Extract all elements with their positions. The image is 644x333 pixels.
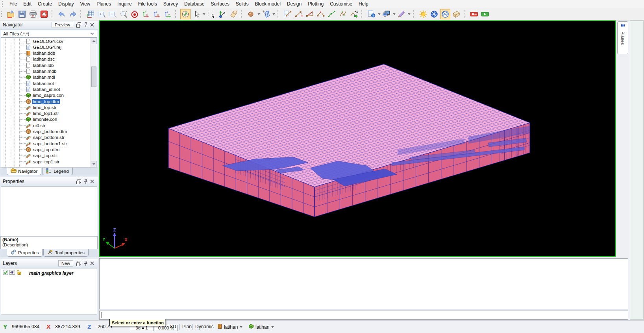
display-properties-icon[interactable]: [381, 9, 392, 19]
file-item-latihan.mdl[interactable]: latihan.mdl: [1, 74, 91, 80]
menu-help[interactable]: Help: [355, 0, 372, 7]
file-name[interactable]: latihan.not: [32, 81, 55, 86]
file-name[interactable]: latihan.ldb: [32, 63, 54, 68]
dropdown-caret[interactable]: [392, 9, 396, 19]
zoom-box-icon[interactable]: [118, 9, 129, 19]
planes-side-tab[interactable]: Planes: [617, 21, 628, 54]
segment-reverse-icon[interactable]: [338, 9, 348, 19]
menu-surfaces[interactable]: Surfaces: [207, 0, 232, 7]
scrollbar-thumb[interactable]: [91, 67, 96, 87]
menu-display[interactable]: Display: [55, 0, 77, 7]
file-name[interactable]: latihan.mdl: [32, 75, 56, 80]
clip-window-icon[interactable]: [228, 9, 239, 19]
view-zx-icon[interactable]: zx: [152, 9, 162, 19]
segment-close-icon[interactable]: [305, 9, 315, 19]
tab-tool-properties[interactable]: Tool properties: [43, 249, 88, 257]
float-window-icon[interactable]: [75, 178, 82, 185]
menu-view[interactable]: View: [77, 0, 93, 7]
file-item-latihan.dsc[interactable]: latihan.dsc: [1, 56, 91, 62]
dropdown-caret[interactable]: [377, 9, 381, 19]
file-name[interactable]: latihan_id.not: [32, 87, 61, 92]
view-mode-dynamic[interactable]: Dynamic: [195, 324, 214, 329]
plane-tool-icon[interactable]: [261, 9, 271, 19]
undo-icon[interactable]: [57, 9, 67, 19]
select-cursor-icon[interactable]: [191, 9, 202, 19]
close-icon[interactable]: [89, 260, 95, 266]
menu-block-model[interactable]: Block model: [252, 0, 283, 7]
file-item-sapr_bottom1.str[interactable]: sapr_bottom1.str: [1, 141, 91, 146]
box-select-icon[interactable]: [206, 9, 217, 19]
orientation-icon[interactable]: [180, 9, 191, 19]
dropdown-caret[interactable]: [407, 9, 411, 19]
pin-icon[interactable]: [82, 22, 89, 28]
zoom-all-icon[interactable]: [85, 9, 96, 19]
save-icon[interactable]: [17, 9, 27, 19]
zoom-out-icon[interactable]: [107, 9, 118, 19]
file-name[interactable]: sapr_top.dtm: [32, 147, 60, 152]
preview-button[interactable]: Preview: [52, 22, 73, 28]
file-name[interactable]: sapr_top1.str: [32, 159, 60, 164]
eye-icon[interactable]: [9, 270, 15, 276]
segment-break-icon[interactable]: [316, 9, 326, 19]
menubar-grip[interactable]: [2, 1, 4, 7]
unlock-icon[interactable]: [16, 270, 22, 276]
file-name[interactable]: latihan.ddb: [32, 51, 56, 56]
file-item-latihan.ldb[interactable]: latihan.ldb: [1, 62, 91, 68]
segment-renumber-icon[interactable]: +1: [349, 9, 359, 19]
menu-solids[interactable]: Solids: [233, 0, 252, 7]
view-mode-3d[interactable]: 3D: [170, 324, 176, 329]
play-macro-icon[interactable]: [480, 9, 490, 19]
pin-icon[interactable]: [82, 178, 89, 185]
properties-grid[interactable]: [1, 186, 97, 236]
file-name[interactable]: ni0.str: [32, 123, 46, 128]
close-icon[interactable]: [89, 178, 95, 185]
reset-icon[interactable]: [39, 9, 49, 19]
render-wireframe-icon[interactable]: [429, 9, 439, 19]
menu-create[interactable]: Create: [35, 0, 55, 7]
file-name[interactable]: GEOLOGY.rej: [32, 45, 62, 50]
file-item-limo_top.dtm[interactable]: limo_top.dtm: [1, 98, 91, 104]
file-item-latihan.not[interactable]: latihan.not: [1, 80, 91, 86]
file-item-latihan.mdb[interactable]: latihan.mdb: [1, 68, 91, 74]
file-item-sapr_top.dtm[interactable]: sapr_top.dtm: [1, 146, 91, 152]
file-item-limo_top.str[interactable]: limo_top.str: [1, 104, 91, 110]
file-name[interactable]: limo_top1.str: [32, 111, 60, 116]
file-item-GEOLOGY.csv[interactable]: GEOLOGY.csv: [1, 38, 91, 44]
segment-properties-icon[interactable]: [283, 9, 293, 19]
float-window-icon[interactable]: [75, 22, 82, 28]
database-selector[interactable]: latihan: [217, 324, 243, 330]
pin-icon[interactable]: [82, 260, 89, 266]
dropdown-caret[interactable]: [272, 9, 276, 19]
scroll-down-icon[interactable]: [91, 161, 97, 167]
command-input[interactable]: [99, 311, 628, 320]
new-layer-button[interactable]: New: [58, 260, 73, 266]
drag-icon[interactable]: [217, 9, 228, 19]
close-icon[interactable]: [89, 22, 95, 28]
file-name[interactable]: GEOLOGY.csv: [32, 39, 64, 44]
open-icon[interactable]: [6, 9, 16, 19]
menu-edit[interactable]: Edit: [20, 0, 35, 7]
file-item-sapr_bottom.dtm[interactable]: sapr_bottom.dtm: [1, 129, 91, 135]
file-item-limo_top1.str[interactable]: limo_top1.str: [1, 111, 91, 117]
file-item-latihan.ddb[interactable]: latihan.ddb: [1, 50, 91, 56]
segment-pick-icon[interactable]: [294, 9, 304, 19]
file-name[interactable]: sapr_bottom.dtm: [32, 129, 68, 134]
layer-row[interactable]: main graphics layer: [1, 268, 97, 278]
planes-panel-strip[interactable]: [630, 20, 644, 320]
lighting-icon[interactable]: [418, 9, 428, 19]
file-item-sapr_bottom.str[interactable]: sapr_bottom.str: [1, 135, 91, 141]
file-name[interactable]: sapr_bottom1.str: [32, 141, 68, 146]
render-solid-icon[interactable]: [451, 9, 461, 19]
file-name[interactable]: latihan.dsc: [32, 57, 56, 61]
view-xy-icon[interactable]: Yx: [141, 9, 151, 19]
dropdown-caret[interactable]: [257, 9, 261, 19]
3d-scene-canvas[interactable]: ZYX: [100, 21, 615, 256]
dropdown-caret[interactable]: [202, 9, 206, 19]
zoom-in-icon[interactable]: [96, 9, 107, 19]
print-icon[interactable]: [28, 9, 38, 19]
point-marker-icon[interactable]: [246, 9, 256, 19]
tab-legend[interactable]: Legend: [42, 168, 72, 175]
data-point-icon[interactable]: [130, 9, 140, 19]
tree-scrollbar[interactable]: [91, 38, 97, 167]
menu-file[interactable]: File: [6, 0, 20, 7]
